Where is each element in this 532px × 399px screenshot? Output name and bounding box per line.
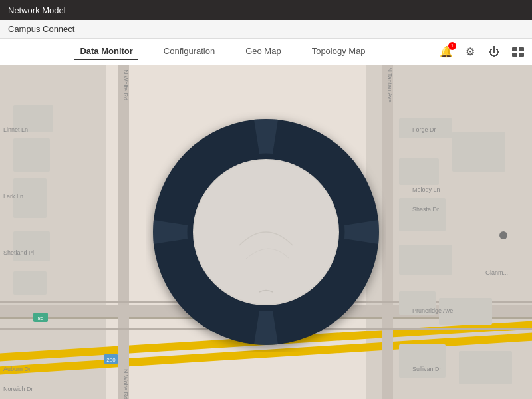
svg-text:Shasta Dr: Shasta Dr xyxy=(412,206,439,213)
svg-text:N Wolfe Rd: N Wolfe Rd xyxy=(122,70,129,100)
nav-tabs: Data Monitor Configuration Geo Map Topol… xyxy=(7,43,439,60)
tab-configuration[interactable]: Configuration xyxy=(158,43,220,60)
donut-overlay xyxy=(146,112,386,352)
svg-text:Auburn Dr: Auburn Dr xyxy=(3,366,31,372)
svg-rect-11 xyxy=(118,65,129,399)
svg-text:85: 85 xyxy=(38,315,44,321)
bell-icon[interactable]: 🔔 1 xyxy=(439,45,454,59)
svg-text:Pruneridge Ave: Pruneridge Ave xyxy=(412,307,453,314)
power-icon[interactable]: ⏻ xyxy=(487,45,501,59)
svg-rect-27 xyxy=(399,344,446,378)
svg-text:N Wolfe Rd: N Wolfe Rd xyxy=(122,369,129,399)
svg-rect-3 xyxy=(519,53,524,57)
svg-text:Glanm...: Glanm... xyxy=(485,269,508,276)
svg-point-50 xyxy=(499,231,507,239)
svg-text:N Tantau Ave: N Tantau Ave xyxy=(386,67,393,102)
svg-rect-19 xyxy=(13,271,47,295)
sub-header: Campus Connect xyxy=(0,20,532,39)
svg-rect-28 xyxy=(459,351,512,384)
svg-rect-0 xyxy=(512,47,517,51)
app-title: Network Model xyxy=(8,5,66,15)
donut-svg xyxy=(146,112,386,352)
svg-rect-22 xyxy=(452,132,505,172)
nav-bar: Data Monitor Configuration Geo Map Topol… xyxy=(0,39,532,65)
svg-text:Lark Ln: Lark Ln xyxy=(3,193,23,200)
svg-rect-24 xyxy=(399,245,452,275)
svg-rect-23 xyxy=(399,198,446,231)
svg-rect-18 xyxy=(13,231,50,261)
tab-geo-map[interactable]: Geo Map xyxy=(240,43,286,60)
svg-text:280: 280 xyxy=(106,357,116,363)
gear-icon[interactable]: ⚙ xyxy=(463,45,477,59)
svg-text:Norwich Dr: Norwich Dr xyxy=(3,386,33,392)
sub-header-label: Campus Connect xyxy=(8,24,74,34)
svg-text:Sullivan Dr: Sullivan Dr xyxy=(412,366,442,372)
svg-rect-2 xyxy=(512,53,517,57)
svg-text:Forge Dr: Forge Dr xyxy=(412,126,436,133)
tab-topology-map[interactable]: Topology Map xyxy=(307,43,371,60)
svg-text:Shetland Pl: Shetland Pl xyxy=(3,249,34,256)
svg-text:Linnet Ln: Linnet Ln xyxy=(3,126,28,133)
map-area[interactable]: N Wolfe Rd N Wolfe Rd N Tantau Ave Prune… xyxy=(0,65,532,399)
svg-text:Melody Ln: Melody Ln xyxy=(412,186,440,193)
svg-rect-1 xyxy=(519,47,524,51)
svg-rect-21 xyxy=(399,158,439,185)
tab-data-monitor[interactable]: Data Monitor xyxy=(74,43,138,60)
layout-icon[interactable] xyxy=(511,45,525,59)
title-bar: Network Model xyxy=(0,0,532,20)
notification-badge: 1 xyxy=(448,42,456,50)
svg-rect-16 xyxy=(13,138,50,172)
nav-icon-group: 🔔 1 ⚙ ⏻ xyxy=(439,45,525,59)
